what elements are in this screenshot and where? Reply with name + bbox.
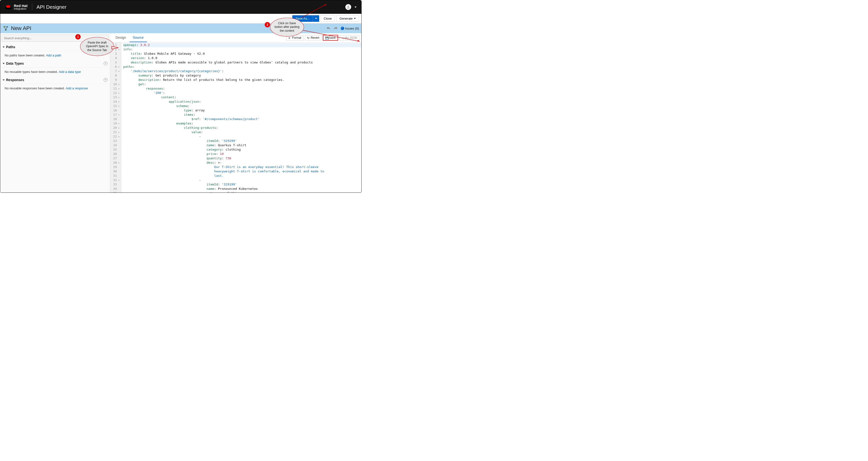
check-circle-icon — [341, 27, 344, 30]
format-label: Format — [292, 36, 301, 39]
search-container — [0, 33, 110, 43]
as-json-button[interactable]: </>As JSON — [340, 35, 360, 40]
product-name: API Designer — [37, 4, 67, 10]
code-content[interactable]: openapi: 3.0.2info: title: Globex Mobile… — [121, 42, 361, 192]
issues-label: Issues — [345, 27, 354, 30]
section-empty-text: No reusable responses have been created. — [5, 86, 65, 90]
section-header-responses[interactable]: Responses+ — [0, 76, 110, 84]
title-bar: New API Issues (0) — [0, 24, 361, 33]
tab-design[interactable]: Design — [112, 33, 130, 42]
page-title: New API — [11, 25, 31, 31]
section-add-link[interactable]: Add a path — [46, 54, 61, 57]
header-separator — [32, 4, 32, 10]
chevron-down-icon — [3, 80, 5, 81]
revert-button[interactable]: ↻Revert — [305, 35, 321, 40]
left-sidebar: PathsNo paths have been created.Add a pa… — [0, 33, 110, 192]
section-label: Paths — [6, 45, 15, 49]
main: PathsNo paths have been created.Add a pa… — [0, 33, 361, 192]
section-empty-text: No reusable types have been created. — [5, 70, 58, 73]
section-label: Data Types — [6, 61, 24, 65]
as-json-label: As JSON — [345, 36, 357, 39]
undo-button[interactable] — [326, 26, 331, 31]
issues-count: (0) — [355, 27, 359, 30]
section-label: Responses — [6, 78, 24, 82]
app-header: Red Hat Integration API Designer — [0, 0, 361, 14]
brand: Red Hat Integration — [5, 4, 28, 10]
close-button[interactable]: Close — [321, 15, 335, 22]
editor-tabs: Design Source ≡Format ↻Revert 💾Save </>A… — [110, 33, 361, 42]
generate-label: Generate — [340, 17, 352, 20]
issues-button[interactable]: Issues (0) — [341, 27, 359, 30]
tab-source[interactable]: Source — [130, 33, 147, 42]
section-add-link[interactable]: Add a data type — [59, 70, 81, 73]
generate-button[interactable]: Generate — [336, 15, 359, 22]
redo-button[interactable] — [334, 26, 338, 31]
top-toolbar: Save As... Close Generate — [0, 14, 361, 24]
section-add-link[interactable]: Add a response — [66, 86, 88, 90]
section-header-paths[interactable]: Paths — [0, 43, 110, 51]
svg-line-6 — [6, 27, 7, 30]
add-icon[interactable]: + — [104, 61, 107, 65]
save-label: Save — [329, 36, 335, 39]
section-body: No reusable responses have been created.… — [0, 84, 110, 92]
save-as-button[interactable]: Save As... — [292, 15, 313, 22]
redhat-logo-icon — [5, 5, 11, 9]
chevron-down-icon — [3, 63, 5, 64]
save-button[interactable]: 💾Save — [323, 35, 338, 41]
save-as-dropdown-button[interactable] — [313, 15, 319, 22]
svg-line-5 — [4, 27, 6, 30]
brand-top: Red Hat — [14, 4, 28, 7]
section-empty-text: No paths have been created. — [5, 54, 45, 57]
format-button[interactable]: ≡Format — [286, 35, 304, 40]
user-menu-caret-icon[interactable] — [354, 6, 356, 8]
revert-label: Revert — [311, 36, 319, 39]
chevron-down-icon — [354, 18, 356, 19]
search-input[interactable] — [2, 35, 108, 42]
format-icon: ≡ — [288, 36, 291, 39]
chevron-down-icon — [3, 47, 5, 48]
editor-pane: Design Source ≡Format ↻Revert 💾Save </>A… — [110, 33, 361, 192]
code-icon: </> — [342, 36, 344, 39]
section-body: No reusable types have been created.Add … — [0, 67, 110, 76]
revert-icon: ↻ — [307, 36, 310, 39]
api-icon — [3, 25, 9, 31]
svg-point-0 — [347, 6, 349, 7]
section-header-data-types[interactable]: Data Types+ — [0, 60, 110, 67]
add-icon[interactable]: + — [104, 78, 107, 82]
save-icon: 💾 — [325, 36, 328, 39]
brand-bottom: Integration — [14, 7, 28, 10]
user-avatar-icon[interactable] — [345, 4, 351, 10]
section-body: No paths have been created.Add a path — [0, 51, 110, 60]
code-editor[interactable]: 12▾3456▾7▾8910▾11▾12▾13▾14▾15▾1617▾1819▾… — [110, 42, 361, 192]
chevron-down-icon — [315, 18, 317, 19]
line-gutter: 12▾3456▾7▾8910▾11▾12▾13▾14▾15▾1617▾1819▾… — [110, 42, 121, 192]
save-as-button-group: Save As... — [292, 15, 319, 22]
